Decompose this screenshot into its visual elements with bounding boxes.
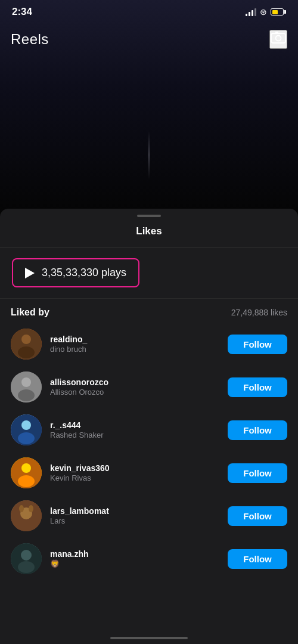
plays-box: 3,35,33,330 plays <box>12 258 139 287</box>
svg-point-13 <box>21 463 31 473</box>
svg-point-10 <box>21 420 31 430</box>
user-info: realdino_ dino bruch <box>50 335 219 354</box>
avatar <box>11 457 42 488</box>
svg-point-1 <box>276 36 281 41</box>
display-name: Kevin Rivas <box>50 473 219 482</box>
avatar-inner <box>11 457 42 488</box>
user-info: lars_lambomat Lars <box>50 506 219 525</box>
display-name: Rashed Shaker <box>50 431 219 439</box>
display-name: 🦁 <box>50 559 219 568</box>
display-name: dino bruch <box>50 345 219 354</box>
play-icon <box>25 268 35 278</box>
avatar-inner <box>11 500 42 531</box>
svg-point-11 <box>18 432 35 444</box>
follow-button[interactable]: Follow <box>228 506 287 526</box>
reels-title: Reels <box>11 31 49 48</box>
bottom-sheet: Likes 3,35,33,330 plays Liked by 27,49,8… <box>0 209 298 644</box>
svg-point-8 <box>18 389 35 401</box>
list-item: r._.s444 Rashed Shaker Follow <box>0 408 298 451</box>
username: kevin_rivas360 <box>50 463 219 473</box>
svg-point-5 <box>18 346 35 358</box>
list-item: kevin_rivas360 Kevin Rivas Follow <box>0 451 298 494</box>
username: lars_lambomat <box>50 506 219 516</box>
avatar <box>11 371 42 402</box>
avatar <box>11 329 42 360</box>
svg-point-4 <box>21 335 31 344</box>
username: mana.zhh <box>50 549 219 559</box>
plays-count: 3,35,33,330 plays <box>42 267 126 279</box>
display-name: Lars <box>50 516 219 525</box>
home-indicator <box>110 637 188 639</box>
svg-point-18 <box>29 505 33 512</box>
list-item: mana.zhh 🦁 Follow <box>0 537 298 580</box>
list-item: allissonorozco Allisson Orozco Follow <box>0 366 298 408</box>
username: realdino_ <box>50 335 219 344</box>
user-info: mana.zhh 🦁 <box>50 549 219 568</box>
plays-container: 3,35,33,330 plays <box>0 247 298 299</box>
svg-point-21 <box>18 561 35 573</box>
username: allissonorozco <box>50 377 219 387</box>
avatar-inner <box>11 414 42 445</box>
avatar <box>11 543 42 574</box>
svg-rect-0 <box>271 33 285 43</box>
camera-button[interactable] <box>269 30 287 49</box>
svg-rect-2 <box>275 32 278 33</box>
username: r._.s444 <box>50 420 219 430</box>
sheet-title: Likes <box>0 217 298 247</box>
avatar-inner <box>11 543 42 574</box>
avatar-inner <box>11 371 42 402</box>
liked-by-header: Liked by 27,49,888 likes <box>0 299 298 323</box>
user-info: r._.s444 Rashed Shaker <box>50 420 219 439</box>
likes-count: 27,49,888 likes <box>231 308 287 317</box>
svg-point-7 <box>21 377 31 387</box>
user-info: kevin_rivas360 Kevin Rivas <box>50 463 219 482</box>
svg-point-20 <box>21 550 32 561</box>
user-list: realdino_ dino bruch Follow allissonoroz… <box>0 323 298 580</box>
follow-button[interactable]: Follow <box>228 335 287 354</box>
user-info: allissonorozco Allisson Orozco <box>50 377 219 397</box>
follow-button[interactable]: Follow <box>228 463 287 483</box>
avatar <box>11 500 42 531</box>
follow-button[interactable]: Follow <box>228 420 287 440</box>
liked-by-label: Liked by <box>11 307 49 318</box>
follow-button[interactable]: Follow <box>228 549 287 569</box>
list-item: lars_lambomat Lars Follow <box>0 494 298 537</box>
avatar <box>11 414 42 445</box>
list-item: realdino_ dino bruch Follow <box>0 323 298 366</box>
top-bar: Reels <box>0 0 298 55</box>
display-name: Allisson Orozco <box>50 388 219 397</box>
follow-button[interactable]: Follow <box>228 377 287 397</box>
avatar-inner <box>11 329 42 360</box>
svg-point-14 <box>18 475 35 487</box>
svg-point-17 <box>19 505 24 512</box>
